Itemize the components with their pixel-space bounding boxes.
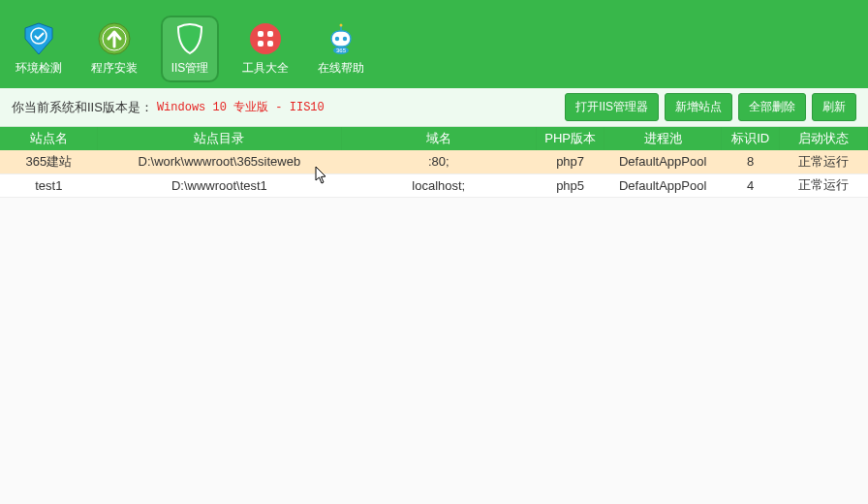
cell-id: 4	[722, 173, 780, 197]
col-php[interactable]: PHP版本	[536, 127, 604, 150]
svg-point-11	[343, 37, 347, 41]
svg-rect-7	[258, 41, 264, 47]
cell-dir: D:\wwwroot\test1	[98, 173, 342, 197]
cell-status: 正常运行	[780, 150, 868, 173]
svg-rect-5	[258, 31, 264, 37]
cell-pool: DefaultAppPool	[604, 150, 722, 173]
col-site-dir[interactable]: 站点目录	[98, 127, 342, 150]
grid4-icon	[248, 21, 283, 56]
tool-iis-manage[interactable]: IIS管理	[161, 16, 219, 82]
tool-label: 程序安装	[91, 60, 138, 77]
svg-rect-9	[331, 31, 351, 47]
col-id[interactable]: 标识ID	[722, 127, 780, 150]
system-info-label: 你当前系统和IIS版本是：	[12, 99, 153, 116]
tool-env-detect[interactable]: 环境检测	[10, 17, 68, 80]
tool-label: 环境检测	[16, 60, 62, 77]
refresh-button[interactable]: 刷新	[812, 93, 856, 121]
svg-point-13	[340, 24, 343, 27]
cell-php: php7	[536, 150, 604, 173]
cell-pool: DefaultAppPool	[604, 173, 722, 197]
tool-install[interactable]: 程序安装	[85, 17, 143, 80]
col-site-name[interactable]: 站点名	[0, 127, 98, 150]
robot-icon: 365	[324, 21, 358, 56]
svg-point-4	[250, 23, 281, 54]
cell-dir: D:\work\wwwroot\365siteweb	[98, 150, 342, 173]
cell-domain: :80;	[341, 150, 536, 173]
tool-label: IIS管理	[171, 60, 209, 77]
add-site-button[interactable]: 新增站点	[665, 93, 732, 121]
cell-php: php5	[536, 173, 604, 197]
system-info-value: Windows 10 专业版 - IIS10	[157, 99, 325, 115]
cell-name: 365建站	[0, 150, 98, 173]
site-table: 站点名 站点目录 域名 PHP版本 进程池 标识ID 启动状态 365建站D:\…	[0, 127, 868, 198]
svg-text:365: 365	[336, 47, 347, 53]
svg-rect-8	[267, 41, 273, 47]
cell-name: test1	[0, 173, 98, 197]
shield-badge-icon	[21, 21, 56, 56]
tool-label: 工具大全	[242, 60, 289, 77]
col-domain[interactable]: 域名	[341, 127, 536, 150]
shield-icon	[172, 21, 207, 56]
table-row[interactable]: test1D:\wwwroot\test1localhost;php5Defau…	[0, 173, 868, 197]
tool-toolbox[interactable]: 工具大全	[236, 17, 294, 80]
open-iis-manager-button[interactable]: 打开IIS管理器	[565, 93, 659, 121]
tool-online-help[interactable]: 365 在线帮助	[312, 17, 370, 80]
delete-all-button[interactable]: 全部删除	[738, 93, 806, 121]
col-status[interactable]: 启动状态	[780, 127, 868, 150]
table-header-row: 站点名 站点目录 域名 PHP版本 进程池 标识ID 启动状态	[0, 127, 868, 150]
svg-rect-6	[267, 31, 273, 37]
site-table-wrap: 站点名 站点目录 域名 PHP版本 进程池 标识ID 启动状态 365建站D:\…	[0, 127, 868, 504]
info-buttons: 打开IIS管理器 新增站点 全部删除 刷新	[565, 93, 856, 121]
cell-domain: localhost;	[341, 173, 536, 197]
table-row[interactable]: 365建站D:\work\wwwroot\365siteweb:80;php7D…	[0, 150, 868, 173]
info-bar: 你当前系统和IIS版本是： Windows 10 专业版 - IIS10 打开I…	[0, 88, 868, 127]
svg-point-10	[335, 37, 339, 41]
cell-id: 8	[722, 150, 780, 173]
titlebar	[0, 0, 868, 10]
col-pool[interactable]: 进程池	[604, 127, 722, 150]
main-toolbar: 环境检测 程序安装 IIS管理	[0, 10, 868, 88]
tool-label: 在线帮助	[318, 60, 364, 77]
arrow-up-icon	[97, 21, 132, 56]
cell-status: 正常运行	[780, 173, 868, 197]
